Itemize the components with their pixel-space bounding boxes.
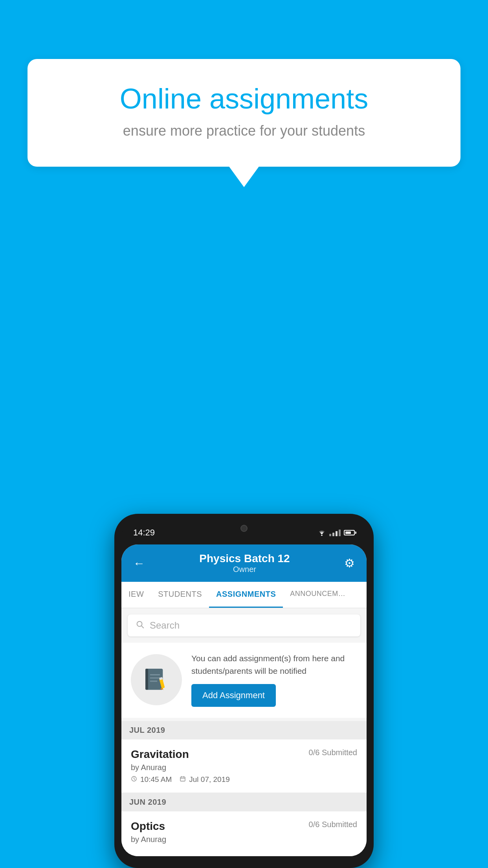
svg-rect-7 xyxy=(150,680,158,682)
notch xyxy=(216,521,272,536)
info-card: You can add assignment(s) from here and … xyxy=(121,643,367,718)
table-row[interactable]: Optics 0/6 Submitted by Anurag xyxy=(121,811,367,856)
section-jun-label: JUN 2019 xyxy=(129,798,166,806)
tab-students[interactable]: STUDENTS xyxy=(151,582,209,608)
section-jul-2019: JUL 2019 xyxy=(121,721,367,739)
camera xyxy=(240,525,248,532)
phone-screen: ← Physics Batch 12 Owner ⚙ IEW STUDENTS … xyxy=(121,544,367,856)
svg-rect-5 xyxy=(150,674,160,675)
tab-announcements[interactable]: ANNOUNCEM… xyxy=(283,582,352,608)
back-button[interactable]: ← xyxy=(133,557,145,570)
search-bar[interactable]: Search xyxy=(128,614,360,636)
svg-rect-6 xyxy=(150,677,160,679)
svg-rect-4 xyxy=(145,669,148,690)
battery-icon xyxy=(344,530,355,535)
wifi-icon xyxy=(317,530,326,536)
status-bar: 14:29 xyxy=(121,521,367,544)
gravitation-date: Jul 07, 2019 xyxy=(180,775,230,784)
app-header: ← Physics Batch 12 Owner ⚙ xyxy=(121,544,367,582)
table-row[interactable]: Gravitation 0/6 Submitted by Anurag xyxy=(121,739,367,793)
notebook-icon-circle xyxy=(131,654,182,705)
tab-iew[interactable]: IEW xyxy=(121,582,151,608)
gravitation-date-value: Jul 07, 2019 xyxy=(189,775,230,784)
header-title: Physics Batch 12 xyxy=(199,552,290,565)
status-icons xyxy=(317,529,355,536)
add-assignment-button[interactable]: Add Assignment xyxy=(191,684,276,707)
assignment-name-optics: Optics xyxy=(131,820,165,833)
svg-rect-12 xyxy=(180,777,185,781)
battery-fill xyxy=(345,531,351,534)
status-time: 14:29 xyxy=(133,528,155,538)
gravitation-by: by Anurag xyxy=(131,763,357,772)
speech-bubble: Online assignments ensure more practice … xyxy=(28,59,460,167)
phone-device: 14:29 xyxy=(114,514,374,868)
calendar-icon xyxy=(180,776,186,784)
bubble-subtitle: ensure more practice for your students xyxy=(55,123,433,139)
info-text-block: You can add assignment(s) from here and … xyxy=(191,652,357,707)
gravitation-time: 10:45 AM xyxy=(131,775,172,784)
search-placeholder: Search xyxy=(150,620,180,631)
search-icon xyxy=(136,620,144,631)
optics-by: by Anurag xyxy=(131,835,357,844)
gravitation-meta: 10:45 AM Jul 07, 2019 xyxy=(131,775,357,784)
optics-submitted: 0/6 Submitted xyxy=(309,820,357,829)
optics-row1: Optics 0/6 Submitted xyxy=(131,820,357,833)
gravitation-time-value: 10:45 AM xyxy=(140,775,172,784)
phone-body: 14:29 xyxy=(114,514,374,868)
notebook-icon xyxy=(143,666,170,693)
assignment-name-gravitation: Gravitation xyxy=(131,748,189,761)
section-jun-2019: JUN 2019 xyxy=(121,793,367,811)
info-description: You can add assignment(s) from here and … xyxy=(191,652,357,677)
section-jul-label: JUL 2019 xyxy=(129,726,165,734)
svg-line-2 xyxy=(141,626,143,628)
tab-bar: IEW STUDENTS ASSIGNMENTS ANNOUNCEM… xyxy=(121,582,367,608)
signal-icon xyxy=(329,529,341,536)
speech-bubble-container: Online assignments ensure more practice … xyxy=(28,59,460,167)
clock-icon xyxy=(131,776,137,784)
gravitation-submitted: 0/6 Submitted xyxy=(309,748,357,757)
bubble-title: Online assignments xyxy=(55,83,433,115)
assignment-row1: Gravitation 0/6 Submitted xyxy=(131,748,357,761)
tab-assignments[interactable]: ASSIGNMENTS xyxy=(209,582,283,608)
svg-point-0 xyxy=(321,535,323,536)
header-title-block: Physics Batch 12 Owner xyxy=(199,552,290,574)
settings-icon[interactable]: ⚙ xyxy=(344,556,355,570)
header-subtitle: Owner xyxy=(199,565,290,574)
